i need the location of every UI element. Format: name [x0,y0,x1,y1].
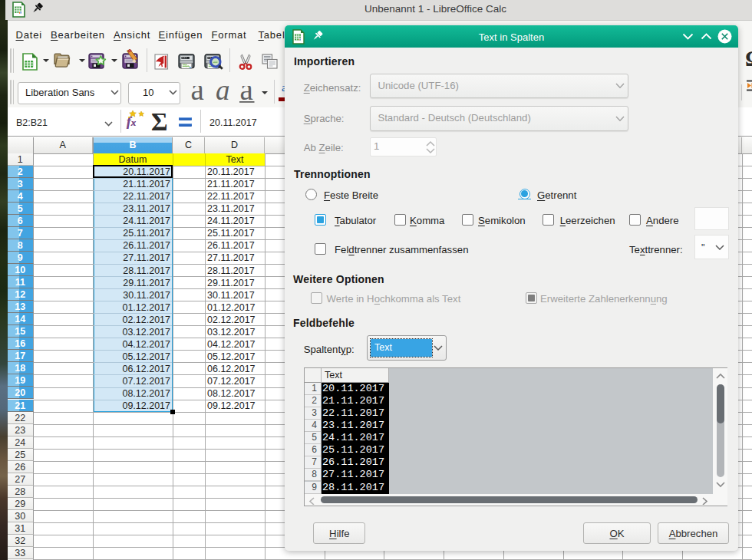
svg-text:a: a [191,86,204,101]
svg-text:Ω: Ω [745,49,752,69]
svg-text:a: a [216,86,230,101]
svg-text:Σ: Σ [151,112,167,132]
svg-text:a: a [240,86,253,104]
